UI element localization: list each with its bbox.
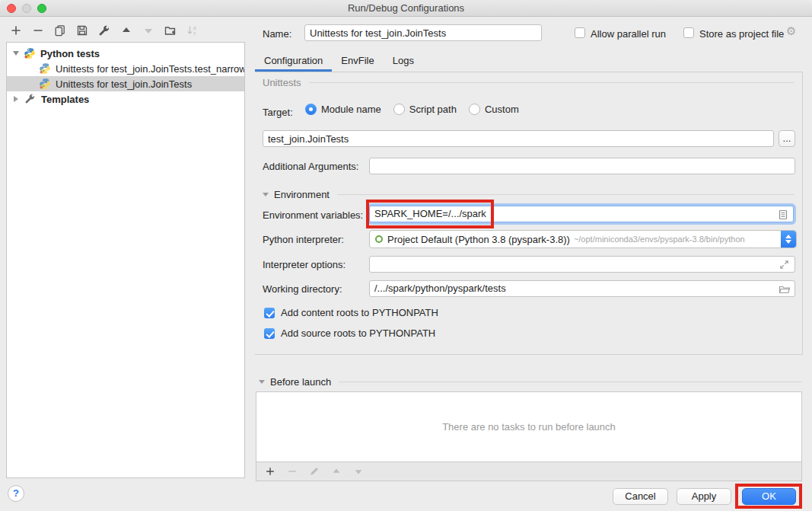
tree-item-unittests-test-narrow[interactable]: Unittests for test_join.JoinTests.test_n… (7, 61, 244, 76)
configuration-tabs: Configuration EnvFile Logs (255, 49, 803, 72)
no-tasks-message: There are no tasks to run before launch (442, 421, 616, 433)
browse-module-button[interactable]: ... (779, 130, 795, 147)
move-down-icon (142, 24, 155, 37)
remove-task-icon (285, 465, 299, 478)
expand-field-icon[interactable] (779, 259, 791, 271)
radio-custom[interactable] (469, 104, 480, 115)
edit-task-icon (307, 465, 321, 478)
tab-configuration[interactable]: Configuration (255, 49, 332, 72)
python-interpreter-path: ~/opt/miniconda3/envs/pyspark-3.8/bin/py… (574, 235, 781, 244)
move-task-down-icon (352, 465, 365, 478)
browse-folder-icon[interactable] (779, 283, 791, 295)
group-divider-line (339, 382, 801, 382)
cancel-button[interactable]: Cancel (613, 488, 668, 505)
apply-button[interactable]: Apply (677, 488, 731, 505)
python-test-configuration-icon (39, 62, 51, 75)
titlebar: Run/Debug Configurations (0, 0, 812, 17)
move-up-icon[interactable] (119, 24, 133, 37)
conda-environment-icon (375, 235, 383, 243)
allow-parallel-run-label: Allow parallel run (591, 28, 666, 40)
dropdown-stepper-icon[interactable] (781, 231, 796, 248)
name-input[interactable] (304, 24, 542, 41)
environment-section-header[interactable]: Environment (263, 189, 794, 200)
additional-arguments-input[interactable] (369, 158, 795, 174)
radio-script-path-label: Script path (409, 104, 457, 115)
configurations-tree: Python tests Unittests for test_join.Joi… (6, 42, 245, 478)
add-configuration-icon[interactable] (9, 24, 23, 37)
help-button[interactable]: ? (8, 485, 24, 502)
before-launch-collapse-icon[interactable] (259, 380, 265, 384)
tree-item-python-tests[interactable]: Python tests (7, 46, 244, 61)
configurations-toolbar: az (9, 24, 199, 37)
group-divider-line (337, 194, 794, 195)
before-launch-toolbar (256, 462, 802, 481)
before-launch-tasks-panel: There are no tasks to run before launch (256, 391, 802, 462)
templates-wrench-icon (24, 93, 37, 105)
python-tests-icon (24, 47, 36, 59)
configuration-form-panel: Unittests Target: Module name Script pat… (255, 72, 803, 355)
python-test-configuration-icon (39, 78, 51, 90)
tab-envfile[interactable]: EnvFile (332, 49, 383, 72)
group-divider-line (309, 82, 794, 83)
before-launch-header[interactable]: Before launch (259, 376, 801, 388)
edit-environment-variables-icon[interactable] (777, 209, 789, 221)
store-as-project-file-checkbox[interactable] (683, 27, 694, 38)
radio-custom-label: Custom (485, 104, 519, 115)
working-directory-label: Working directory: (263, 283, 342, 295)
radio-module-name-label: Module name (321, 104, 381, 115)
move-task-up-icon (330, 465, 343, 478)
tree-item-label: Templates (41, 94, 89, 105)
radio-script-path[interactable] (393, 104, 405, 115)
unittests-group-header: Unittests (263, 77, 794, 88)
environment-variables-value: SPARK_HOME=/.../spark (374, 208, 486, 219)
tree-item-templates[interactable]: Templates (7, 91, 244, 107)
run-debug-configurations-dialog: Run/Debug Configurations az Pyth (0, 0, 812, 511)
target-radio-group: Module name Script path Custom (305, 104, 519, 115)
svg-text:a: a (193, 25, 196, 30)
add-content-roots-row: Add content roots to PYTHONPATH (264, 307, 438, 318)
python-interpreter-label: Python interpreter: (263, 234, 344, 245)
target-module-input[interactable] (263, 130, 774, 147)
additional-arguments-label: Additional Arguments: (263, 161, 358, 172)
tree-item-label: Unittests for test_join.JoinTests.test_n… (56, 63, 244, 75)
add-task-icon[interactable] (263, 465, 277, 478)
python-interpreter-select[interactable]: Project Default (Python 3.8 (pyspark-3.8… (369, 230, 797, 248)
copy-configuration-icon[interactable] (53, 24, 67, 37)
sort-configurations-icon: az (186, 24, 199, 37)
ok-button[interactable]: OK (742, 488, 796, 505)
tree-item-label: Python tests (40, 48, 100, 59)
python-interpreter-value: Project Default (Python 3.8 (pyspark-3.8… (387, 234, 570, 245)
radio-module-name[interactable] (305, 104, 317, 115)
environment-section-title: Environment (274, 189, 330, 200)
interpreter-options-label: Interpreter options: (263, 259, 345, 270)
environment-variables-label: Environment variables: (263, 209, 363, 221)
add-content-roots-label: Add content roots to PYTHONPATH (281, 307, 438, 318)
store-as-project-file-label: Store as project file (699, 28, 784, 40)
collapse-arrow-icon[interactable] (14, 96, 18, 102)
working-directory-value: /.../spark/python/pyspark/tests (374, 283, 506, 294)
interpreter-options-field[interactable] (369, 256, 795, 273)
name-label: Name: (263, 28, 291, 40)
target-label: Target: (263, 107, 293, 118)
window-title: Run/Debug Configurations (0, 2, 812, 14)
environment-collapse-icon[interactable] (263, 193, 269, 196)
tree-item-unittests-jointests-selected[interactable]: Unittests for test_join.JoinTests (7, 76, 244, 91)
environment-variables-field[interactable]: SPARK_HOME=/.../spark (369, 206, 794, 222)
edit-templates-icon[interactable] (97, 24, 111, 37)
before-launch-title: Before launch (270, 376, 331, 388)
expand-arrow-icon[interactable] (13, 51, 19, 56)
allow-parallel-run-checkbox[interactable] (575, 27, 585, 38)
add-source-roots-checkbox[interactable] (264, 328, 275, 339)
add-source-roots-label: Add source roots to PYTHONPATH (281, 327, 435, 339)
add-source-roots-row: Add source roots to PYTHONPATH (264, 327, 435, 339)
save-configuration-icon[interactable] (75, 24, 89, 37)
create-new-folder-icon[interactable] (164, 24, 177, 37)
tab-logs[interactable]: Logs (384, 49, 423, 72)
store-settings-gear-icon[interactable]: ⚙ (786, 26, 796, 37)
working-directory-field[interactable]: /.../spark/python/pyspark/tests (369, 280, 795, 297)
tree-item-label: Unittests for test_join.JoinTests (56, 78, 192, 90)
add-content-roots-checkbox[interactable] (264, 308, 275, 318)
svg-text:z: z (193, 30, 196, 36)
unittests-group-title: Unittests (263, 77, 301, 88)
remove-configuration-icon[interactable] (31, 24, 45, 37)
